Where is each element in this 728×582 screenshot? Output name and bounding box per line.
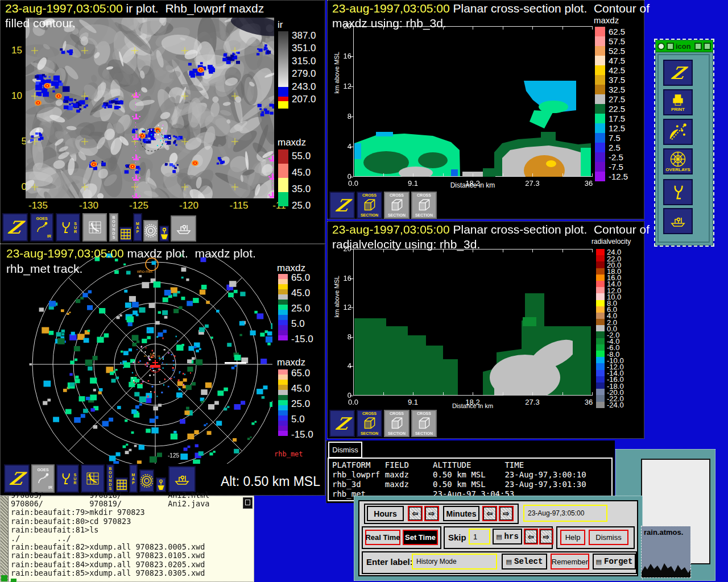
platform-dismiss-button[interactable]: Dismiss (328, 442, 362, 458)
xs-xaxis-tick (353, 392, 354, 396)
ir-maxdz-colorbar (278, 149, 288, 206)
cross-section-button[interactable]: CROSSSECTION (411, 192, 437, 219)
zebra-button[interactable]: Z (329, 410, 355, 437)
real-time-button[interactable]: Real Time (365, 530, 400, 545)
xs-xaxis-tick (503, 26, 503, 30)
rain-atmos-icon-window[interactable]: rain.atmos. (642, 526, 690, 577)
forget-menu-button[interactable]: ▤Forget (593, 554, 636, 569)
help-button[interactable]: Help (560, 530, 585, 545)
buoy-button[interactable] (159, 226, 169, 242)
map-button[interactable]: MAP (133, 213, 142, 242)
zebra-button[interactable]: Z (2, 213, 28, 242)
ir-title-text: ir plot. Rhb_lowprf maxdz (123, 2, 264, 15)
minutes-back-button[interactable]: ⇦ (482, 506, 497, 521)
range-rings-button[interactable] (143, 220, 158, 242)
skip-value-field[interactable]: 1 (469, 529, 490, 544)
cross-label: CROSS (417, 193, 431, 197)
radar-grid-button[interactable] (81, 464, 105, 493)
hours-back-button[interactable]: ⇦ (408, 506, 423, 521)
time-dismiss-button[interactable]: Dismiss (589, 530, 628, 545)
overlays-button[interactable]: OVERLAYS (663, 148, 693, 174)
section-label: SECTION (361, 431, 378, 435)
window-iconify-icon[interactable] (694, 43, 702, 50)
range-rings-icon (143, 224, 158, 238)
bounds-button[interactable]: BOUNDS (109, 213, 118, 242)
xs2-contour-plot[interactable] (353, 249, 592, 396)
terminal-scrollbar[interactable] (1, 496, 9, 581)
zebra-button[interactable]: Z (663, 60, 693, 86)
research-ship-icon (175, 472, 189, 486)
satellite-dish-icon (36, 472, 51, 485)
xs-colorbar-tick-label: 32.5 (609, 85, 625, 94)
time-value-field[interactable]: 23-Aug-97,3:05:00 (523, 505, 607, 522)
xs-yaxis-tick-label: 8 (338, 112, 351, 120)
xs-xaxis-tick (353, 173, 354, 177)
xs-xaxis-tick (592, 392, 593, 396)
ship-button[interactable] (663, 208, 693, 234)
ppi-inner-axis-label: -125 (168, 452, 179, 459)
cross-section-button[interactable]: CROSSSECTION (384, 410, 410, 437)
cross-section-button-active[interactable]: CROSSSECTION (357, 410, 382, 437)
select-menu-button[interactable]: ▤Select (502, 554, 547, 569)
enter-label-caption: Enter label: (366, 557, 413, 567)
window-menu-icon[interactable] (657, 43, 665, 50)
cross-section-button-active[interactable]: CROSSSECTION (357, 192, 382, 219)
buoy-icon (156, 479, 166, 491)
ir-satellite-map[interactable] (26, 18, 274, 198)
ir-maxdz-tick-label: 55.0 (292, 151, 311, 162)
xs-xaxis-tick-label: 36 (578, 398, 599, 406)
zebra-button[interactable]: Z (4, 464, 30, 493)
window-resize-icon[interactable] (704, 43, 711, 50)
cross-section-button[interactable]: CROSSSECTION (384, 192, 410, 219)
hours-button[interactable]: Hours (367, 506, 404, 521)
terminal-window[interactable]: 970805/ 970818/ Ani2.html970806/ 970819/… (0, 496, 254, 582)
window-box-icon[interactable] (667, 43, 674, 50)
surveillance-button[interactable]: SUR (56, 213, 80, 242)
set-time-button[interactable]: Set Time (403, 530, 438, 545)
section-label: SECTION (361, 213, 378, 217)
xs-yaxis-tick-label: 4 (338, 361, 351, 370)
satellite-dish-icon (35, 221, 49, 234)
ppi-track-label: rhb_met (274, 450, 303, 458)
terminal-line: rain:beaufait:80>cd 970823 (11, 517, 253, 526)
radar-antenna-icon (59, 221, 73, 234)
cross-label: CROSS (390, 193, 404, 197)
xs1-title-time: 23-aug-1997,03:05:00 (332, 2, 450, 15)
antenna-button[interactable] (663, 179, 693, 205)
grid-button[interactable] (119, 227, 132, 242)
ir-colorbar-tick-label: 207.0 (292, 94, 316, 105)
ppi-radar-display[interactable] (3, 253, 272, 464)
minutes-forward-button[interactable]: ⇨ (499, 506, 514, 521)
print-button[interactable]: PRINT (663, 89, 693, 115)
ship-button[interactable] (168, 466, 196, 492)
dish-button[interactable] (663, 119, 693, 145)
zebra-button[interactable]: Z (329, 192, 355, 219)
cross-label: CROSS (417, 411, 431, 415)
hours-forward-button[interactable]: ⇨ (424, 506, 439, 521)
terminal-line: rain:beaufait:84>xdump.all 970823.0205.x… (11, 560, 253, 569)
xs-colorbar-tick-label: 42.5 (609, 65, 625, 75)
sur-label: SUR (73, 222, 77, 234)
bounds-button[interactable]: BOUNDS (106, 464, 114, 493)
overlays-button-label: OVERLAYS (665, 168, 690, 172)
range-rings-button[interactable] (139, 469, 154, 492)
radar-grid-button[interactable] (82, 213, 107, 242)
cross-section-button[interactable]: CROSSSECTION (411, 410, 437, 437)
remember-button[interactable]: Remember (551, 554, 589, 569)
minutes-button[interactable]: Minutes (443, 506, 479, 521)
label-value-field[interactable]: History Mode (412, 554, 497, 569)
xs-xaxis-tick (532, 173, 533, 177)
xs1-contour-plot[interactable] (353, 26, 592, 177)
surveillance-button[interactable]: SUR (56, 464, 79, 493)
ir-maxdz-tick-label: 25.0 (292, 200, 311, 211)
xs-colorbar-tick-label: 57.5 (609, 36, 625, 46)
skip-unit-menu[interactable]: ▤hrs (493, 529, 522, 544)
map-button[interactable]: MAP (129, 464, 138, 493)
ship-button[interactable] (171, 215, 196, 242)
goes-ir-button[interactable]: GOESIR (31, 464, 55, 493)
skip-forward-button[interactable]: ⇨ (539, 529, 553, 544)
skip-back-button[interactable]: ⇦ (524, 529, 538, 544)
grid-icon (115, 479, 128, 491)
goes-ir-button[interactable]: GOESIR (30, 213, 53, 242)
xs-xaxis-tick (592, 249, 593, 252)
